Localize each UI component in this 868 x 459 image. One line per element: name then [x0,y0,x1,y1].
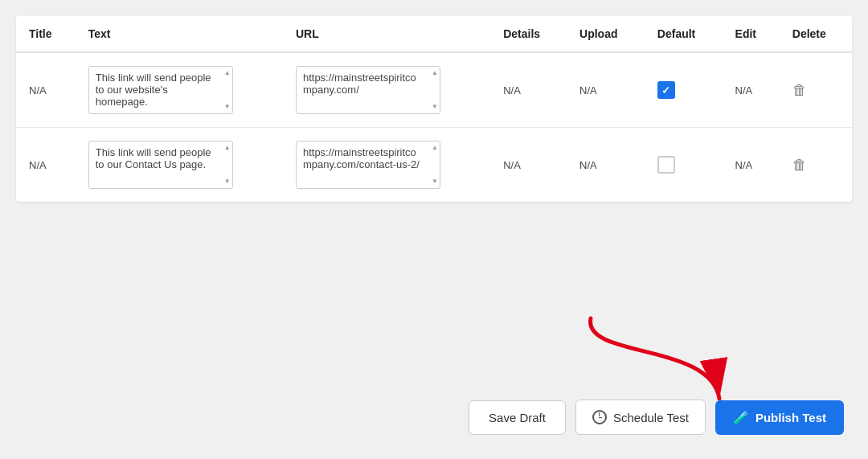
table-row: N/A This link will send people to our we… [16,52,852,128]
row2-text-scroll-up[interactable]: ▲ [224,145,231,151]
row2-upload: N/A [567,128,645,203]
row1-url-scrollable[interactable]: https://mainstreetspiritcompany.com/ ▲ ▼ [296,66,440,114]
row1-url-cell: https://mainstreetspiritcompany.com/ ▲ ▼ [283,52,490,128]
row1-upload: N/A [567,52,645,128]
main-container: Title Text URL Details Upload Default Ed… [0,0,868,459]
row2-text-scroll-arrows: ▲ ▼ [224,141,231,188]
row1-url: https://mainstreetspiritcompany.com/ [303,72,416,96]
row1-text-scrollable[interactable]: This link will send people to our websit… [88,66,233,114]
row1-default-checkbox[interactable] [657,81,675,99]
row1-text-scroll-down[interactable]: ▼ [224,104,231,110]
row1-text: This link will send people to our websit… [96,72,211,108]
schedule-test-button[interactable]: Schedule Test [575,400,706,435]
col-title: Title [16,16,76,52]
row1-title: N/A [16,52,76,128]
row2-url-scroll-up[interactable]: ▲ [432,145,438,151]
col-default: Default [645,16,723,52]
row2-text-scrollable[interactable]: This link will send people to our Contac… [88,141,233,189]
row2-url-cell: https://mainstreetspiritcompany.com/cont… [283,128,490,203]
row1-edit: N/A [723,52,780,128]
row1-details: N/A [490,52,567,128]
row1-url-scroll-up[interactable]: ▲ [432,70,438,76]
row2-url-scroll-down[interactable]: ▼ [432,178,438,185]
col-details: Details [490,16,567,52]
row2-default-checkbox[interactable] [657,156,675,174]
row2-text-scroll-down[interactable]: ▼ [224,178,231,185]
col-upload: Upload [567,16,645,52]
row2-title: N/A [16,128,76,203]
publish-test-button[interactable]: 🧪 Publish Test [715,400,844,435]
links-table: Title Text URL Details Upload Default Ed… [16,16,852,202]
table-wrapper: Title Text URL Details Upload Default Ed… [16,16,852,202]
col-url: URL [283,16,490,52]
row2-details: N/A [490,128,567,203]
col-delete: Delete [780,16,852,52]
save-draft-button[interactable]: Save Draft [469,400,566,435]
row2-edit: N/A [723,128,780,203]
row1-text-scroll-up[interactable]: ▲ [224,70,231,76]
row2-url-scroll-arrows: ▲ ▼ [432,141,438,188]
row1-text-cell: This link will send people to our websit… [76,52,283,128]
row1-delete[interactable]: 🗑 [780,52,852,128]
publish-test-label: Publish Test [755,411,826,424]
col-text: Text [76,16,283,52]
footer-area: Save Draft Schedule Test 🧪 Publish Test [0,202,868,459]
beaker-icon: 🧪 [733,410,749,425]
row2-text-cell: This link will send people to our Contac… [76,128,283,203]
row2-url-scrollable[interactable]: https://mainstreetspiritcompany.com/cont… [296,141,440,189]
footer-buttons: Save Draft Schedule Test 🧪 Publish Test [469,400,844,435]
row2-delete[interactable]: 🗑 [780,128,852,203]
row1-text-scroll-arrows: ▲ ▼ [224,67,231,113]
row2-text: This link will send people to our Contac… [96,146,211,170]
clock-icon [592,410,607,424]
row1-default[interactable] [645,52,723,128]
table-row: N/A This link will send people to our Co… [16,128,852,203]
row2-trash-icon[interactable]: 🗑 [792,157,807,173]
row1-url-scroll-down[interactable]: ▼ [432,104,438,110]
row1-url-scroll-arrows: ▲ ▼ [432,67,438,113]
row1-trash-icon[interactable]: 🗑 [792,82,807,98]
col-edit: Edit [723,16,780,52]
row2-default[interactable] [645,128,723,203]
row2-url: https://mainstreetspiritcompany.com/cont… [303,146,420,170]
schedule-test-label: Schedule Test [613,411,689,424]
